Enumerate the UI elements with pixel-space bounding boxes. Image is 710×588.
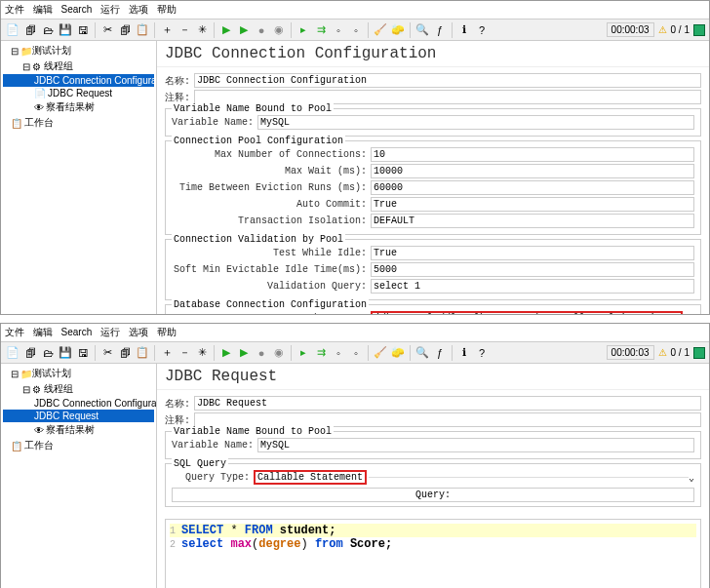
tree-result-tree-2[interactable]: 👁察看结果树 (3, 422, 154, 438)
remote-stop-all-icon[interactable]: ◦ (348, 345, 364, 361)
stop-icon[interactable]: ● (254, 22, 269, 38)
clear-all-icon[interactable]: 🧽 (390, 22, 406, 38)
tree-threadgroup[interactable]: ⊟⚙线程组 (3, 59, 154, 74)
autocommit-label: Auto Commit: (172, 199, 367, 210)
chevron-down-icon[interactable]: ⌄ (689, 472, 694, 484)
expand-icon[interactable]: ＋ (159, 22, 175, 38)
what-icon[interactable]: ? (474, 22, 490, 38)
collapse-icon[interactable]: － (177, 345, 192, 361)
name-input[interactable] (194, 73, 701, 88)
menu-help[interactable]: 帮助 (157, 4, 177, 15)
thread-count: 0 / 1 (671, 24, 690, 35)
what-icon[interactable]: ? (474, 345, 490, 361)
menu-edit[interactable]: 编辑 (33, 4, 53, 15)
paste-icon[interactable]: 📋 (135, 22, 150, 38)
cut-icon[interactable]: ✂ (99, 345, 115, 361)
new-icon[interactable]: 📄 (5, 345, 20, 361)
stop-icon[interactable]: ● (254, 345, 269, 361)
help-icon[interactable]: ℹ (456, 22, 472, 38)
expand-icon[interactable]: ＋ (159, 345, 175, 361)
maxconn-input[interactable] (371, 147, 694, 162)
toggle-icon[interactable]: ✳ (194, 345, 210, 361)
copy-icon[interactable]: 🗐 (117, 22, 133, 38)
maxwait-label: Max Wait (ms): (172, 166, 367, 176)
run-notimer-icon[interactable]: ▶ (236, 22, 252, 38)
run-notimer-icon[interactable]: ▶ (236, 345, 252, 361)
clear-icon[interactable]: 🧹 (373, 345, 388, 361)
menu-file[interactable]: 文件 (5, 4, 24, 15)
function-helper-icon[interactable]: ƒ (432, 345, 448, 361)
open-icon[interactable]: 🗁 (40, 345, 56, 361)
tree-workbench-2[interactable]: 📋工作台 (3, 438, 154, 453)
warning-icon[interactable]: ⚠ (658, 24, 667, 35)
tree-jdbc-request-2[interactable]: JDBC Request (3, 410, 154, 422)
tree-jdbc-config-2[interactable]: JDBC Connection Configurati (3, 397, 154, 410)
testidle-input[interactable] (371, 246, 694, 260)
menu-run[interactable]: 运行 (100, 4, 120, 15)
varname-input[interactable] (257, 115, 694, 130)
comment-input-2[interactable] (194, 412, 701, 427)
evict-input[interactable] (371, 180, 694, 195)
shutdown-icon[interactable]: ◉ (271, 345, 287, 361)
clear-icon[interactable]: 🧹 (373, 22, 388, 38)
autocommit-input[interactable] (371, 197, 694, 212)
iso-input[interactable] (371, 214, 694, 228)
copy-icon[interactable]: 🗐 (117, 345, 133, 361)
remote-start-all-icon[interactable]: ⇉ (313, 22, 329, 38)
tree-root[interactable]: ⊟📁测试计划 (3, 43, 154, 59)
menu-help-2[interactable]: 帮助 (157, 327, 177, 337)
softmin-input[interactable] (371, 262, 694, 277)
run-icon[interactable]: ▶ (218, 22, 234, 38)
collapse-icon[interactable]: － (177, 22, 192, 38)
menu-run-2[interactable]: 运行 (100, 327, 120, 337)
tree-jdbc-config[interactable]: JDBC Connection Configurat (3, 74, 154, 87)
sql-editor[interactable]: 1SELECT * FROM student; 2select max(degr… (165, 519, 701, 588)
menu-edit-2[interactable]: 编辑 (33, 327, 53, 337)
dburl-input[interactable] (371, 311, 683, 314)
paste-icon[interactable]: 📋 (135, 345, 150, 361)
save-icon[interactable]: 💾 (58, 345, 73, 361)
shutdown-icon[interactable]: ◉ (271, 22, 287, 38)
tree-result-tree[interactable]: 👁察看结果树 (3, 99, 154, 115)
db-legend: Database Connection Configuration (172, 299, 369, 310)
menu-file-2[interactable]: 文件 (5, 327, 24, 337)
remote-start-icon[interactable]: ▸ (296, 345, 311, 361)
close-icon[interactable]: 🖫 (75, 22, 91, 38)
cut-icon[interactable]: ✂ (99, 22, 115, 38)
menu-search[interactable]: Search (61, 4, 93, 15)
menu-options[interactable]: 选项 (129, 4, 148, 15)
new-icon[interactable]: 📄 (5, 22, 20, 38)
name-input-2[interactable] (194, 396, 701, 411)
search-icon[interactable]: 🔍 (414, 22, 430, 38)
tree-panel: ⊟📁测试计划 ⊟⚙线程组 JDBC Connection Configurat … (1, 41, 157, 314)
remote-stop-icon[interactable]: ◦ (331, 345, 346, 361)
toggle-icon[interactable]: ✳ (194, 22, 210, 38)
clear-all-icon[interactable]: 🧽 (390, 345, 406, 361)
querytype-value[interactable]: Callable Statement (254, 470, 367, 485)
help-icon[interactable]: ℹ (456, 345, 472, 361)
warning-icon-2[interactable]: ⚠ (658, 347, 667, 358)
templates-icon[interactable]: 🗐 (22, 345, 38, 361)
close-icon[interactable]: 🖫 (75, 345, 91, 361)
tree-workbench[interactable]: 📋工作台 (3, 115, 154, 131)
remote-stop-all-icon[interactable]: ◦ (348, 22, 364, 38)
valquery-input[interactable] (371, 279, 694, 294)
function-helper-icon[interactable]: ƒ (432, 22, 448, 38)
templates-icon[interactable]: 🗐 (22, 22, 38, 38)
remote-start-all-icon[interactable]: ⇉ (313, 345, 329, 361)
open-icon[interactable]: 🗁 (40, 22, 56, 38)
search-icon[interactable]: 🔍 (414, 345, 430, 361)
remote-start-icon[interactable]: ▸ (296, 22, 311, 38)
tree-root-2[interactable]: ⊟📁测试计划 (3, 366, 154, 381)
run-icon[interactable]: ▶ (218, 345, 234, 361)
menu-search-2[interactable]: Search (61, 327, 93, 337)
save-icon[interactable]: 💾 (58, 22, 73, 38)
comment-input[interactable] (194, 90, 701, 104)
varname-input-2[interactable] (257, 438, 694, 452)
remote-stop-icon[interactable]: ◦ (331, 22, 346, 38)
maxwait-input[interactable] (371, 164, 694, 178)
main-panel-2: JDBC Request 名称: 注释: Variable Name Bound… (157, 364, 709, 588)
tree-jdbc-request[interactable]: 📄JDBC Request (3, 87, 154, 99)
menu-options-2[interactable]: 选项 (129, 327, 148, 337)
tree-threadgroup-2[interactable]: ⊟⚙线程组 (3, 381, 154, 397)
